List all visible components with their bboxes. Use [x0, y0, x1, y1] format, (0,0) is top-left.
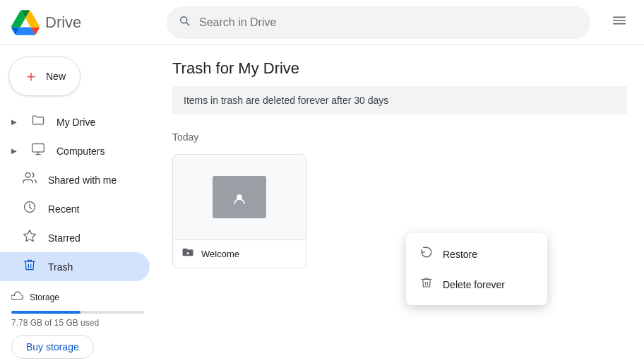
recent-label: Recent	[48, 203, 79, 215]
delete-forever-icon	[420, 276, 433, 292]
restore-icon	[420, 246, 433, 262]
sidebar-item-my-drive[interactable]: ▶ My Drive	[0, 107, 150, 136]
expand-icon-my-drive: ▶	[11, 118, 17, 126]
starred-label: Starred	[48, 232, 80, 244]
trash-banner: Items in trash are deleted forever after…	[172, 86, 627, 114]
sidebar-item-computers[interactable]: ▶ Computers	[0, 136, 150, 165]
storage-label-text: Storage	[30, 292, 59, 302]
sidebar-item-shared[interactable]: Shared with me	[0, 165, 150, 194]
my-drive-label: My Drive	[56, 117, 95, 128]
header: Drive	[0, 0, 644, 45]
storage-section: Storage 7.78 GB of 15 GB used Buy storag…	[0, 281, 155, 361]
main-header: Trash for My Drive	[155, 45, 644, 86]
drive-logo-icon	[11, 8, 40, 37]
trash-icon	[23, 258, 37, 276]
svg-point-1	[25, 173, 30, 178]
logo-area: Drive	[11, 8, 167, 37]
search-icon	[178, 14, 191, 30]
storage-used-text: 7.78 GB of 15 GB used	[11, 318, 144, 328]
file-card-preview	[173, 155, 306, 239]
cloud-icon	[11, 290, 24, 305]
logo-text: Drive	[45, 13, 81, 32]
starred-icon	[23, 229, 37, 247]
computers-label: Computers	[56, 146, 105, 157]
file-card[interactable]: Welcome	[172, 154, 306, 268]
computers-icon	[31, 142, 45, 160]
context-menu-item-delete-forever[interactable]: Delete forever	[406, 269, 547, 300]
new-button-label: New	[46, 71, 66, 82]
restore-label: Restore	[443, 249, 477, 260]
file-name: Welcome	[201, 249, 297, 259]
search-input[interactable]	[199, 16, 579, 29]
shared-label: Shared with me	[48, 174, 117, 186]
shared-folder-preview	[213, 176, 266, 218]
sidebar-item-starred[interactable]: Starred	[0, 223, 150, 252]
settings-icon[interactable]	[606, 7, 633, 37]
section-today-label: Today	[155, 126, 644, 148]
person-folder-icon	[227, 184, 252, 210]
sidebar: ＋ New ▶ My Drive ▶ Computers Shared with…	[0, 45, 155, 361]
search-bar[interactable]	[167, 6, 590, 39]
main-content: Trash for My Drive Items in trash are de…	[155, 45, 644, 361]
header-right	[606, 7, 633, 37]
sidebar-item-trash[interactable]: Trash	[0, 252, 150, 281]
file-grid: Welcome Restore	[155, 148, 644, 274]
context-menu-item-restore[interactable]: Restore	[406, 239, 547, 269]
plus-icon: ＋	[23, 66, 39, 87]
storage-bar-background	[11, 311, 144, 314]
my-drive-icon	[31, 113, 45, 131]
new-button[interactable]: ＋ New	[8, 57, 80, 96]
expand-icon-computers: ▶	[11, 147, 17, 155]
sidebar-item-recent[interactable]: Recent	[0, 194, 150, 223]
file-type-icon	[181, 246, 194, 262]
svg-point-4	[187, 252, 189, 254]
shared-icon	[23, 171, 37, 189]
context-menu: Restore Delete forever	[406, 233, 547, 305]
file-card-footer: Welcome	[173, 239, 306, 268]
trash-label: Trash	[48, 261, 73, 273]
body: ＋ New ▶ My Drive ▶ Computers Shared with…	[0, 45, 644, 361]
recent-icon	[23, 200, 37, 218]
buy-storage-button[interactable]: Buy storage	[11, 335, 94, 359]
storage-bar-fill	[11, 311, 80, 314]
storage-label-row: Storage	[11, 290, 144, 305]
delete-forever-label: Delete forever	[443, 279, 505, 290]
page-title: Trash for My Drive	[172, 59, 627, 78]
svg-rect-0	[32, 144, 44, 153]
